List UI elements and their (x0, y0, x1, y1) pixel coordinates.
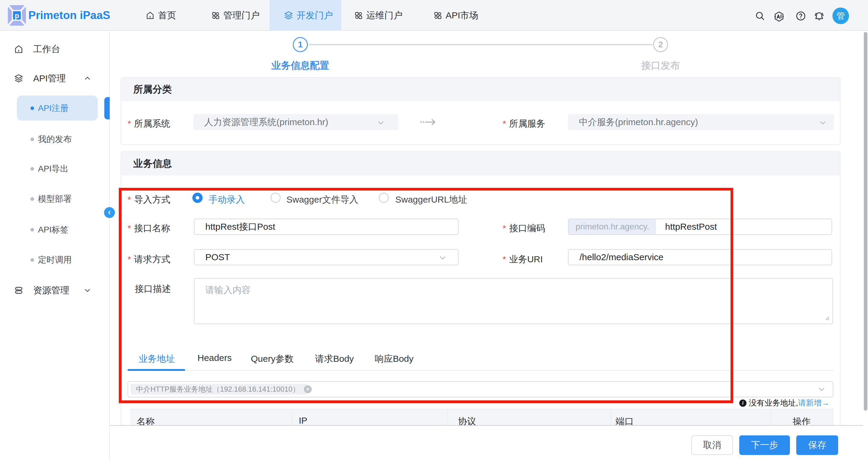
svg-text:p: p (15, 11, 19, 20)
